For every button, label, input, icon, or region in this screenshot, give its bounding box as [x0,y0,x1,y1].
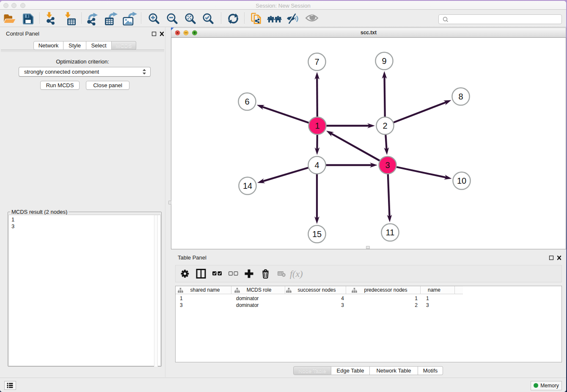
svg-text:14: 14 [243,181,252,190]
svg-text:15: 15 [312,229,322,239]
svg-text:9: 9 [382,56,386,66]
svg-text:2: 2 [383,121,387,130]
svg-text:3: 3 [385,160,390,170]
svg-text:11: 11 [386,228,395,237]
svg-text:8: 8 [458,92,463,101]
svg-text:1: 1 [315,121,319,130]
svg-text:10: 10 [457,176,466,185]
svg-text:4: 4 [314,160,319,170]
svg-text:6: 6 [245,97,249,106]
svg-text:7: 7 [314,57,319,66]
